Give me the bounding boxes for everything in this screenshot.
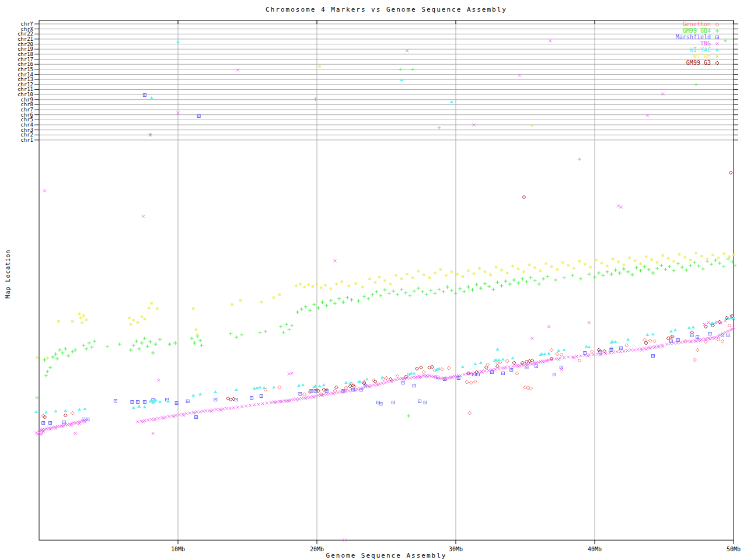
x-axis-title: Genome Sequence Assembly xyxy=(39,552,734,559)
legend-marker-marshfield xyxy=(716,36,719,39)
legend-label-wi-yac: WI YAC xyxy=(690,47,711,53)
series-gm99-gb4 xyxy=(35,39,736,418)
series-wi-yac xyxy=(34,40,735,414)
legend-marker-wi-rh xyxy=(716,55,719,58)
legend-marker-genethon xyxy=(715,23,719,26)
legend-label-gm99-g3: GM99 G3 xyxy=(686,60,711,66)
chromosome-band-grid: chrYchrXchr22chr21chr20chr19chr18chr17ch… xyxy=(18,21,738,143)
series-gm99-g3 xyxy=(43,171,734,419)
legend-label-marshfield: Marshfield xyxy=(676,34,711,40)
legend-marker-gm99-gb4 xyxy=(715,29,719,33)
row-label-chr1: chr1 xyxy=(20,137,33,143)
legend-marker-tng xyxy=(716,43,719,46)
scatter-plot-canvas: chrYchrXchr22chr21chr20chr19chr18chr17ch… xyxy=(0,0,747,560)
legend-label-genethon: Genethon xyxy=(683,21,711,27)
legend-label-wi-rh: WI RH xyxy=(693,53,711,60)
series-wi-rh xyxy=(36,65,735,360)
series-marshfield xyxy=(42,94,729,425)
legend-label-gm99-gb4: GM99 GB4 xyxy=(683,27,711,34)
legend-label-tng: TNG xyxy=(700,40,711,47)
chromosome-marker-figure: Chromosome 4 Markers vs Genome Sequence … xyxy=(0,0,747,560)
